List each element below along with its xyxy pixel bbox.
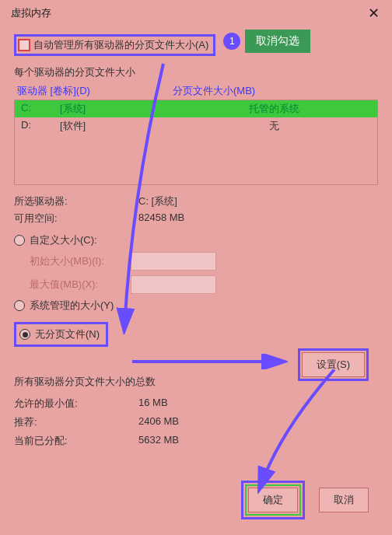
window-title: 虚拟内存 — [11, 6, 51, 20]
selected-drive-value: C: [系统] — [138, 194, 378, 208]
rec-label: 推荐: — [14, 415, 138, 429]
close-icon[interactable]: ✕ — [363, 5, 384, 22]
drive-size: 无 — [177, 119, 371, 133]
tip-uncheck: 取消勾选 — [245, 30, 310, 53]
step-badge-1: 1 — [223, 33, 240, 50]
radio-none-label: 无分页文件(N) — [35, 327, 100, 341]
auto-manage-label: 自动管理所有驱动器的分页文件大小(A) — [33, 38, 208, 52]
ok-button[interactable]: 确定 — [248, 488, 298, 512]
cancel-button[interactable]: 取消 — [319, 488, 369, 512]
max-size-input — [131, 275, 216, 294]
drive-letter: D: — [21, 119, 60, 133]
radio-system-label: 系统管理的大小(Y) — [30, 299, 114, 313]
drive-label: [软件] — [60, 119, 177, 133]
checkbox-icon — [18, 39, 30, 51]
initial-size-input — [131, 252, 216, 271]
free-space-value: 82458 MB — [138, 212, 378, 226]
radio-custom-label: 自定义大小(C): — [30, 233, 97, 247]
radio-icon — [14, 300, 25, 311]
col-header-drive: 驱动器 [卷标](D) — [17, 84, 173, 98]
drive-label: [系统] — [60, 102, 177, 116]
cur-value: 5632 MB — [138, 434, 378, 448]
max-size-label: 最大值(MB)(X): — [30, 278, 123, 292]
selected-drive-label: 所选驱动器: — [14, 194, 138, 208]
min-value: 16 MB — [138, 397, 378, 411]
radio-icon — [14, 235, 25, 246]
free-space-label: 可用空间: — [14, 212, 138, 226]
set-button[interactable]: 设置(S) — [302, 352, 365, 377]
per-drive-title: 每个驱动器的分页文件大小 — [14, 65, 378, 79]
radio-custom-size[interactable]: 自定义大小(C): — [14, 233, 378, 247]
col-header-size: 分页文件大小(MB) — [173, 84, 375, 98]
cur-label: 当前已分配: — [14, 434, 138, 448]
rec-value: 2406 MB — [138, 415, 378, 429]
ok-button-highlight: 确定 — [241, 481, 305, 519]
radio-no-paging[interactable]: 无分页文件(N) — [14, 322, 108, 347]
radio-system-managed[interactable]: 系统管理的大小(Y) — [14, 299, 378, 313]
set-button-highlight: 设置(S) — [298, 348, 369, 381]
annotation-callout: 1 取消勾选 — [223, 30, 310, 53]
drive-size: 托管的系统 — [177, 102, 371, 116]
drive-letter: C: — [21, 102, 60, 116]
initial-size-label: 初始大小(MB)(I): — [30, 254, 123, 268]
drive-row-d[interactable]: D: [软件] 无 — [15, 117, 377, 135]
drive-row-c[interactable]: C: [系统] 托管的系统 — [15, 100, 377, 117]
auto-manage-checkbox-row[interactable]: 自动管理所有驱动器的分页文件大小(A) — [14, 34, 215, 56]
radio-icon — [19, 329, 30, 340]
drive-list[interactable]: C: [系统] 托管的系统 D: [软件] 无 — [14, 100, 378, 185]
min-label: 允许的最小值: — [14, 397, 138, 411]
